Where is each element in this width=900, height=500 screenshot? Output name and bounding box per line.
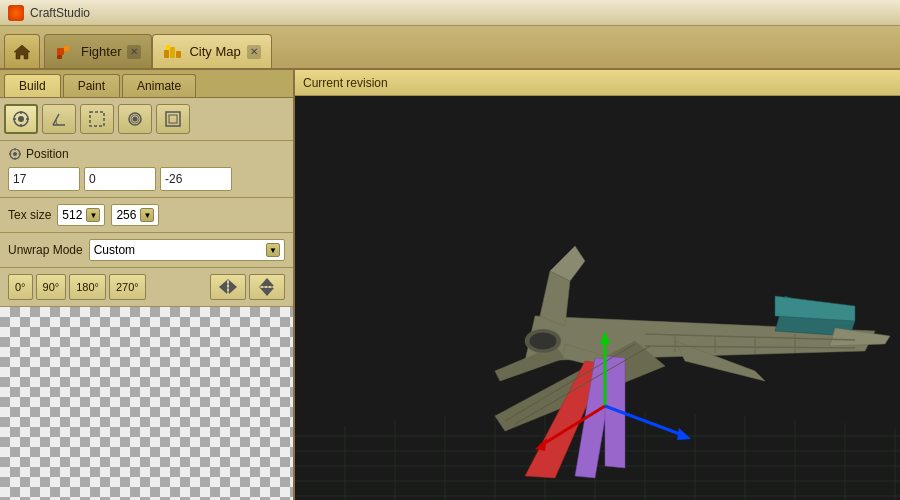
fighter-tab-close[interactable]: ✕ <box>127 45 141 59</box>
position-z-input[interactable] <box>160 167 232 191</box>
texsize-section: Tex size 512 ▼ 256 ▼ <box>0 198 293 233</box>
texsize-arrow2: ▼ <box>140 208 154 222</box>
viewport-svg <box>295 96 900 500</box>
svg-rect-1 <box>57 48 64 55</box>
svg-point-63 <box>529 332 557 350</box>
svg-rect-5 <box>170 47 175 58</box>
right-content: Current revision <box>295 70 900 500</box>
svg-marker-31 <box>260 278 274 286</box>
flip-v-btn[interactable] <box>249 274 285 300</box>
select-icon <box>88 110 106 128</box>
select-tool-btn[interactable] <box>80 104 114 134</box>
left-panel: Build Paint Animate <box>0 70 295 500</box>
rot-180-btn[interactable]: 180° <box>69 274 106 300</box>
svg-rect-4 <box>164 50 169 58</box>
position-x-input[interactable] <box>8 167 80 191</box>
unwrap-select[interactable]: Custom ▼ <box>89 239 285 261</box>
texsize-label: Tex size <box>8 208 51 222</box>
flip-h-btn[interactable] <box>210 274 246 300</box>
tab-fighter[interactable]: Fighter ✕ <box>44 34 152 68</box>
frame-tool-btn[interactable] <box>156 104 190 134</box>
title-bar: CraftStudio <box>0 0 900 26</box>
rot-270-btn[interactable]: 270° <box>109 274 146 300</box>
svg-rect-2 <box>64 46 69 51</box>
position-tool-btn[interactable] <box>4 104 38 134</box>
fighter-tab-icon <box>55 42 75 62</box>
texsize-select2[interactable]: 256 ▼ <box>111 204 159 226</box>
svg-marker-28 <box>219 280 227 294</box>
tab-citymap[interactable]: City Map ✕ <box>152 34 271 68</box>
svg-marker-32 <box>260 288 274 296</box>
svg-rect-7 <box>166 45 170 50</box>
texsize-arrow1: ▼ <box>86 208 100 222</box>
citymap-tab-close[interactable]: ✕ <box>247 45 261 59</box>
svg-point-9 <box>18 116 24 122</box>
home-button[interactable] <box>4 34 40 68</box>
position-y-input[interactable] <box>84 167 156 191</box>
camera-icon <box>126 110 144 128</box>
svg-marker-0 <box>14 45 30 59</box>
svg-rect-3 <box>57 55 62 59</box>
tab-bar: Fighter ✕ City Map ✕ <box>0 26 900 70</box>
unwrap-arrow: ▼ <box>266 243 280 257</box>
position-label: Position <box>8 147 285 161</box>
citymap-tab-icon <box>163 42 183 62</box>
svg-rect-6 <box>176 51 181 58</box>
svg-point-23 <box>13 152 17 156</box>
angle-icon <box>50 110 68 128</box>
flip-h-icon <box>217 276 239 298</box>
svg-rect-16 <box>90 112 104 126</box>
main-area: Build Paint Animate <box>0 70 900 500</box>
home-icon <box>12 42 32 62</box>
texture-preview <box>0 307 293 500</box>
unwrap-label: Unwrap Mode <box>8 243 83 257</box>
rot-0-btn[interactable]: 0° <box>8 274 33 300</box>
app-icon <box>8 5 24 21</box>
fighter-tab-label: Fighter <box>81 44 121 59</box>
tab-paint[interactable]: Paint <box>63 74 120 97</box>
svg-rect-20 <box>166 112 180 126</box>
camera-tool-btn[interactable] <box>118 104 152 134</box>
citymap-tab-label: City Map <box>189 44 240 59</box>
viewport[interactable] <box>295 96 900 500</box>
app-title: CraftStudio <box>30 6 90 20</box>
position-icon <box>12 110 30 128</box>
rotation-section: 0° 90° 180° 270° <box>0 268 293 307</box>
tab-build[interactable]: Build <box>4 74 61 97</box>
mode-tabs: Build Paint Animate <box>0 70 293 98</box>
rot-90-btn[interactable]: 90° <box>36 274 67 300</box>
frame-icon <box>164 110 182 128</box>
svg-point-18 <box>133 117 138 122</box>
flip-v-icon <box>256 276 278 298</box>
svg-marker-29 <box>229 280 237 294</box>
texsize-select1[interactable]: 512 ▼ <box>57 204 105 226</box>
revision-bar: Current revision <box>295 70 900 96</box>
position-label-icon <box>8 147 22 161</box>
unwrap-section: Unwrap Mode Custom ▼ <box>0 233 293 268</box>
tab-animate[interactable]: Animate <box>122 74 196 97</box>
angle-tool-btn[interactable] <box>42 104 76 134</box>
position-inputs <box>8 167 285 191</box>
svg-rect-21 <box>169 115 177 123</box>
tool-icons-row <box>0 98 293 141</box>
position-section: Position <box>0 141 293 198</box>
